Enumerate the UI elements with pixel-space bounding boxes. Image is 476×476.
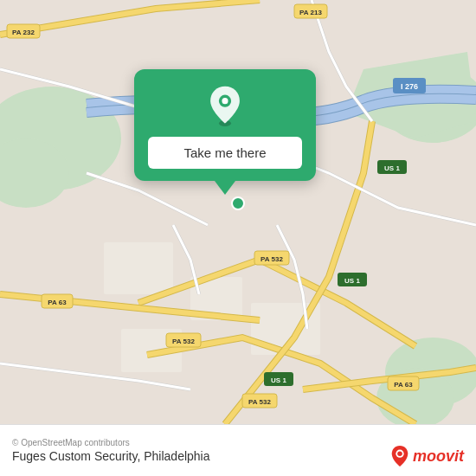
svg-point-35: [232, 197, 244, 209]
map-container: I 276 I 276 PA 232 PA 213 US 1 US 1 US 1…: [0, 0, 476, 424]
moovit-logo: moovit: [390, 445, 464, 467]
map-pin-icon: [204, 85, 246, 126]
svg-text:US 1: US 1: [344, 277, 360, 285]
moovit-brand-text: moovit: [413, 447, 464, 466]
svg-point-38: [222, 98, 228, 104]
moovit-pin-icon: [390, 445, 409, 467]
svg-text:US 1: US 1: [271, 376, 286, 384]
svg-rect-7: [104, 242, 173, 294]
svg-text:PA 532: PA 532: [172, 338, 195, 345]
svg-text:I 276: I 276: [401, 82, 418, 91]
svg-text:PA 532: PA 532: [248, 398, 271, 406]
svg-text:US 1: US 1: [384, 164, 400, 172]
svg-text:PA 213: PA 213: [299, 9, 322, 16]
popup-card: Take me there: [134, 69, 316, 181]
svg-text:PA 63: PA 63: [394, 381, 413, 389]
svg-text:PA 232: PA 232: [12, 29, 35, 36]
svg-text:PA 532: PA 532: [261, 255, 283, 263]
svg-text:PA 63: PA 63: [48, 299, 67, 306]
bottom-bar: © OpenStreetMap contributors Fuges Custo…: [0, 424, 476, 476]
svg-point-40: [397, 451, 402, 456]
take-me-there-button[interactable]: Take me there: [148, 137, 302, 169]
